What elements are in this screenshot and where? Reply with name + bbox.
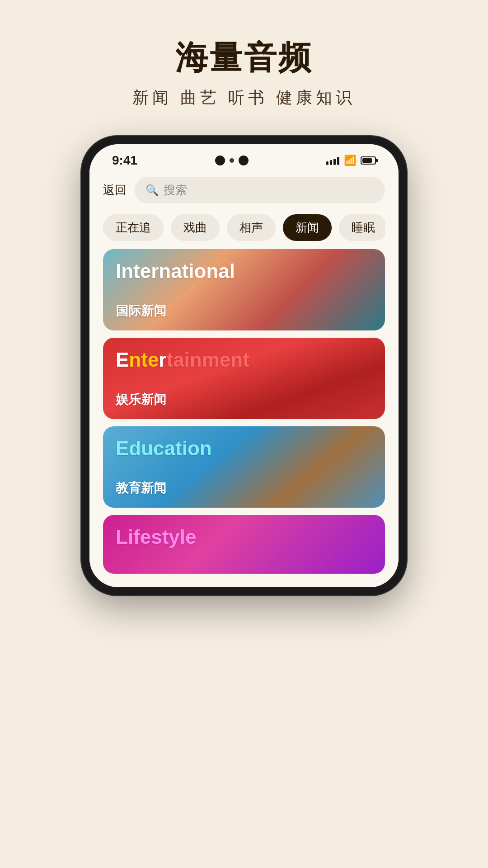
card-education-en-title: Education (116, 437, 372, 460)
tab-sleep[interactable]: 睡眠 (339, 214, 385, 241)
tab-crosstalk[interactable]: 相声 (227, 214, 276, 241)
wifi-icon: 📶 (344, 155, 356, 166)
card-lifestyle-en-title: Lifestyle (116, 526, 372, 548)
nav-bar: 返回 🔍 搜索 (103, 172, 385, 211)
page-header: 海量音频 新闻 曲艺 听书 健康知识 (132, 36, 356, 109)
app-content: 返回 🔍 搜索 正在追 戏曲 相声 新闻 睡眠 (89, 172, 399, 587)
status-bar: 9:41 📶 (89, 144, 399, 172)
page-subtitle: 新闻 曲艺 听书 健康知识 (132, 87, 356, 109)
tab-drama[interactable]: 戏曲 (171, 214, 220, 241)
notch-dot (230, 158, 234, 163)
card-entertainment[interactable]: Entertainment 娱乐新闻 (103, 338, 385, 419)
card-lifestyle-content: Lifestyle (103, 515, 385, 574)
camera-dot (215, 156, 225, 165)
signal-icon (326, 156, 339, 165)
phone-inner: 9:41 📶 (89, 144, 399, 587)
search-placeholder: 搜索 (164, 182, 187, 198)
card-education[interactable]: Education 教育新闻 (103, 426, 385, 508)
ent-r: r (159, 349, 166, 371)
status-icons: 📶 (326, 155, 376, 166)
card-education-zh-title: 教育新闻 (116, 480, 372, 497)
phone-outer: 9:41 📶 (81, 136, 407, 595)
ent-nte: nte (129, 349, 159, 371)
tab-following[interactable]: 正在追 (103, 214, 164, 241)
search-icon: 🔍 (145, 184, 159, 197)
cards-list: International 国际新闻 Entertainment 娱乐新闻 (103, 249, 385, 574)
card-entertainment-zh-title: 娱乐新闻 (116, 391, 372, 408)
card-entertainment-content: Entertainment 娱乐新闻 (103, 338, 385, 419)
status-time: 9:41 (112, 153, 137, 168)
card-international-content: International 国际新闻 (103, 249, 385, 330)
tab-news[interactable]: 新闻 (283, 214, 332, 241)
status-notch (215, 156, 249, 165)
card-international[interactable]: International 国际新闻 (103, 249, 385, 330)
phone-mockup: 9:41 📶 (81, 136, 407, 595)
search-bar[interactable]: 🔍 搜索 (135, 177, 385, 203)
back-button[interactable]: 返回 (103, 182, 127, 198)
battery-fill (362, 158, 372, 163)
card-education-content: Education 教育新闻 (103, 426, 385, 508)
card-lifestyle[interactable]: Lifestyle (103, 515, 385, 574)
card-international-zh-title: 国际新闻 (116, 302, 372, 320)
ent-tainment: tainment (166, 349, 249, 371)
battery-icon (361, 156, 376, 165)
faceid-dot (239, 156, 249, 165)
ent-e: E (116, 349, 129, 371)
category-tabs: 正在追 戏曲 相声 新闻 睡眠 (103, 211, 385, 249)
card-international-en-title: International (116, 260, 372, 283)
page-title: 海量音频 (132, 36, 356, 80)
card-entertainment-en-title: Entertainment (116, 349, 372, 371)
